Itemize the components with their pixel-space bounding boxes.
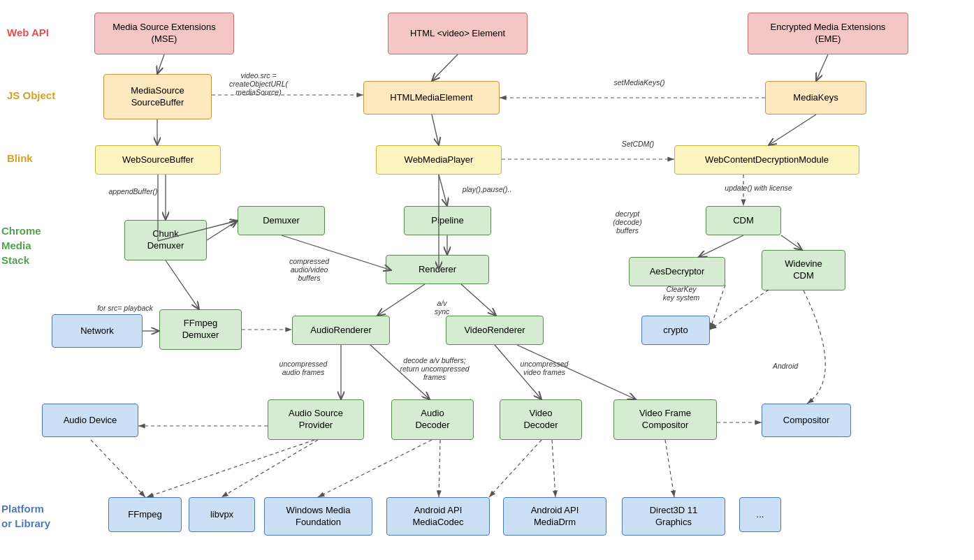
annotation-decode-av: decode a/v buffers;return uncompressedfr… [390,356,479,381]
svg-line-2 [432,54,458,81]
svg-line-1 [157,54,164,74]
annotation-compressed-buffers: compressedaudio/videobuffers [269,257,349,282]
renderer-box: Renderer [386,255,489,284]
layer-js-object: JS Object [7,89,55,101]
annotation-setmediakeys: setMediaKeys() [590,78,688,87]
audio-device-box: Audio Device [42,404,138,437]
svg-line-17 [207,221,238,240]
ellipsis-box: ... [739,497,781,532]
video-frame-compositor-box: Video FrameCompositor [613,399,717,440]
annotation-clearkey: ClearKeykey system [646,285,716,302]
layer-chrome-media-stack: ChromeMediaStack [1,223,41,267]
svg-line-3 [816,54,828,81]
network-box: Network [52,314,143,348]
layer-web-api: Web API [7,27,49,38]
annotation-decrypt: decrypt(decode)buffers [593,209,662,235]
ffmpeg-demuxer-box: FFmpegDemuxer [159,309,242,350]
svg-line-33 [147,440,314,497]
direct3d-graphics-box: Direct3D 11Graphics [622,497,725,536]
chunk-demuxer-box: ChunkDemuxer [124,220,207,260]
annotation-setcdm: SetCDM() [599,140,676,148]
annotation-play-pause: play(),pause().. [442,185,532,193]
layer-platform-library: Platformor Library [1,501,50,531]
svg-line-34 [221,440,318,497]
video-decoder-box: VideoDecoder [500,399,582,440]
widevine-cdm-box: WidevineCDM [762,250,845,290]
demuxer-box: Demuxer [238,206,325,235]
android-api-mediacodec-box: Android APIMediaCodec [386,497,490,536]
annotation-for-src: for src= playback [84,304,166,312]
svg-line-21 [377,284,425,316]
svg-line-35 [318,440,432,497]
pipeline-box: Pipeline [404,206,491,235]
annotation-android: Android [755,362,816,370]
svg-line-6 [769,115,816,145]
windows-media-foundation-box: Windows MediaFoundation [264,497,372,536]
mediasource-sb-box: MediaSourceSourceBuffer [103,74,212,119]
aes-decryptor-box: AesDecryptor [629,257,725,286]
svg-line-38 [552,440,555,497]
annotation-uncompressed-audio: uncompressedaudio frames [262,360,344,376]
svg-line-40 [91,440,145,497]
svg-line-19 [699,235,743,257]
compositor-box: Compositor [762,404,851,437]
libvpx-box: libvpx [189,497,255,532]
svg-line-37 [489,440,541,497]
annotation-update-license: update() with license [704,184,813,192]
svg-line-41 [166,260,199,309]
htmlmediaelement-box: HTMLMediaElement [363,81,500,115]
diagram-container: Web API JS Object Blink ChromeMediaStack… [0,0,974,560]
android-api-mediadrm-box: Android APIMediaDrm [503,497,606,536]
webmediaplayer-box: WebMediaPlayer [376,145,502,175]
layer-blink: Blink [7,152,33,164]
crypto-box: crypto [641,316,710,345]
cdm-box: CDM [706,206,781,235]
html-video-box: HTML <video> Element [388,13,528,54]
audio-decoder-box: AudioDecoder [391,399,474,440]
annotation-appendbuffer: appendBuffer() [93,187,173,196]
video-renderer-box: VideoRenderer [446,316,544,345]
mse-box: Media Source Extensions(MSE) [94,13,234,54]
annotation-video-src: video.src =createObjectURL(mediaSource) [213,71,304,96]
audio-source-provider-box: Audio SourceProvider [268,399,364,440]
svg-line-22 [461,284,496,316]
svg-line-39 [665,440,674,497]
ffmpeg-lib-box: FFmpeg [108,497,182,532]
svg-line-26 [710,290,769,330]
webcontentdecryptionmodule-box: WebContentDecryptionModule [674,145,859,175]
websourcebuffer-box: WebSourceBuffer [95,145,221,175]
svg-line-36 [439,440,440,497]
eme-box: Encrypted Media Extensions(EME) [748,13,908,54]
annotation-av-sync: a/vsync [419,299,465,316]
audio-renderer-box: AudioRenderer [292,316,390,345]
svg-line-5 [432,115,439,145]
svg-line-20 [781,235,802,250]
mediakeys-box: MediaKeys [765,81,866,115]
annotation-uncompressed-video: uncompressedvideo frames [503,360,586,376]
